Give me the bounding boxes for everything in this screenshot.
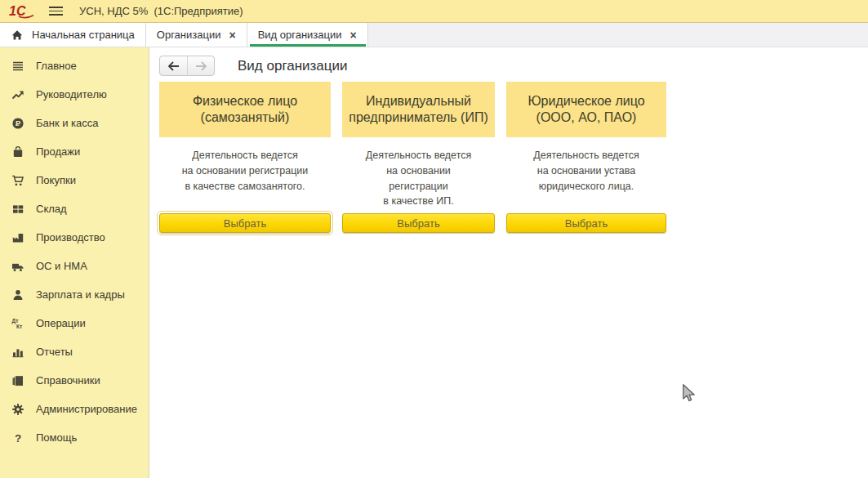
question-icon: ? [11, 431, 25, 444]
sidebar-item-label: Склад [36, 203, 67, 215]
tab-label: Организации [157, 29, 221, 41]
sidebar-item-zarplata-i-kadry[interactable]: Зарплата и кадры [0, 280, 149, 309]
sidebar-item-pomosch[interactable]: ?Помощь [0, 423, 149, 452]
truck-icon [11, 260, 25, 273]
back-button[interactable] [160, 56, 187, 75]
sidebar-item-label: Справочники [36, 374, 100, 386]
navigation-row: Вид организации [159, 56, 868, 76]
select-button-yuridicheskoe-lico[interactable]: Выбрать [506, 213, 666, 233]
sidebar-item-label: Отчеты [36, 346, 73, 358]
ruble-icon: Р [11, 117, 25, 130]
factory-icon [11, 231, 25, 244]
app-title: УСН, НДС 5% (1С:Предприятие) [79, 5, 243, 17]
books-icon [11, 374, 25, 387]
select-button-fizicheskoe-lico[interactable]: Выбрать [159, 213, 331, 233]
sidebar-item-os-i-nma[interactable]: ОС и НМА [0, 252, 149, 280]
sidebar-item-proizvodstvo[interactable]: Производство [0, 223, 149, 252]
sidebar-item-label: Зарплата и кадры [36, 288, 125, 301]
pallet-icon [11, 203, 25, 216]
close-icon[interactable]: × [229, 29, 235, 41]
card-description: Деятельность ведетсяна основаниирегистра… [342, 137, 495, 213]
svg-text:1С: 1С [9, 4, 26, 18]
main-content: Вид организации Физическое лицо(самозаня… [149, 47, 868, 478]
back-arrow-icon [167, 61, 180, 71]
home-icon [11, 29, 24, 42]
sidebar-item-label: Производство [36, 231, 105, 243]
sidebar-item-rukovoditelyu[interactable]: Руководителю [0, 80, 149, 109]
sidebar-item-label: Операции [36, 317, 86, 329]
forward-arrow-icon [195, 61, 207, 71]
tab-organizacii[interactable]: Организации× [146, 23, 247, 47]
content-area: ГлавноеРуководителюРБанк и кассаПродажиП… [0, 47, 868, 478]
sidebar-item-administrirovanie[interactable]: Администрирование [0, 395, 149, 423]
sidebar-item-sklad[interactable]: Склад [0, 194, 149, 223]
tab-label: Вид организации [258, 29, 342, 41]
history-buttons [159, 56, 215, 76]
sidebar-item-operacii[interactable]: ДтКтОперации [0, 309, 149, 337]
mouse-cursor [682, 384, 697, 406]
sidebar: ГлавноеРуководителюРБанк и кассаПродажиП… [0, 47, 149, 478]
sidebar-item-pokupki[interactable]: Покупки [0, 166, 149, 194]
cart-icon [11, 174, 25, 187]
sidebar-item-label: Банк и касса [36, 117, 99, 129]
menu-lines-icon [11, 60, 25, 73]
sidebar-item-label: ОС и НМА [36, 260, 87, 272]
sidebar-item-label: Помощь [36, 431, 77, 444]
gear-icon [11, 403, 25, 416]
main-menu-icon[interactable] [49, 7, 63, 16]
card-yuridicheskoe-lico: Юридическое лицо(ООО, АО, ПАО)Деятельнос… [506, 82, 666, 233]
card-description: Деятельность ведетсяна основании регистр… [159, 137, 331, 213]
sidebar-item-bank-i-kassa[interactable]: РБанк и касса [0, 109, 149, 137]
select-button-individualnyj-predprinimatel[interactable]: Выбрать [342, 213, 495, 233]
close-icon[interactable]: × [350, 29, 357, 41]
card-title: Физическое лицо(самозанятый) [159, 82, 331, 137]
sidebar-item-label: Продажи [36, 145, 80, 158]
svg-text:Р: Р [16, 118, 21, 127]
tab-vid-organizacii[interactable]: Вид организации× [247, 23, 368, 47]
sidebar-item-label: Покупки [36, 174, 76, 186]
organization-type-cards: Физическое лицо(самозанятый)Деятельность… [159, 82, 868, 233]
1c-logo-icon: 1С [8, 4, 36, 19]
forward-button[interactable] [187, 56, 214, 75]
card-fizicheskoe-lico: Физическое лицо(самозанятый)Деятельность… [159, 82, 331, 233]
card-description: Деятельность ведетсяна основании уставаю… [506, 137, 666, 213]
active-tab-indicator [250, 44, 366, 47]
dtkt-icon: ДтКт [11, 317, 25, 330]
card-title: Юридическое лицо(ООО, АО, ПАО) [506, 82, 666, 137]
sidebar-item-label: Руководителю [36, 88, 107, 101]
sidebar-item-label: Главное [36, 60, 77, 72]
page-title: Вид организации [238, 58, 348, 74]
tab-home[interactable]: Начальная страница [0, 23, 146, 47]
sidebar-item-otchety[interactable]: Отчеты [0, 337, 149, 366]
bag-icon [11, 145, 25, 159]
card-individualnyj-predprinimatel: Индивидуальныйпредприниматель (ИП)Деятел… [342, 82, 495, 233]
tab-home-label: Начальная страница [32, 29, 135, 41]
trend-icon [11, 88, 25, 101]
tab-bar: Начальная страница Организации×Вид орган… [0, 23, 868, 47]
sidebar-item-glavnoe[interactable]: Главное [0, 51, 149, 80]
document-tabs: Организации×Вид организации× [146, 23, 368, 47]
card-title: Индивидуальныйпредприниматель (ИП) [342, 82, 495, 137]
bar-chart-icon [11, 346, 25, 359]
person-icon [11, 288, 25, 302]
sidebar-item-prodazhi[interactable]: Продажи [0, 137, 149, 166]
svg-text:?: ? [15, 432, 21, 444]
svg-text:Кт: Кт [16, 324, 22, 329]
sidebar-item-label: Администрирование [36, 403, 137, 415]
sidebar-item-spravochniki[interactable]: Справочники [0, 366, 149, 395]
title-bar: 1С УСН, НДС 5% (1С:Предприятие) [0, 0, 868, 23]
